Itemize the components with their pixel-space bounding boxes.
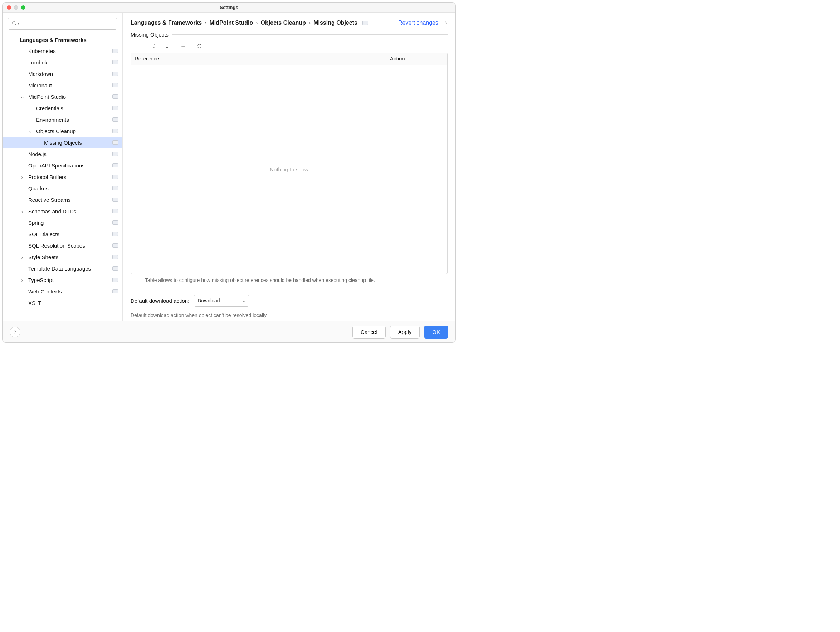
scope-indicator-icon [362,21,368,25]
sidebar-item-typescript[interactable]: ›TypeScript [3,274,122,286]
sidebar-item-environments[interactable]: Environments [3,114,122,125]
breadcrumb-segment[interactable]: MidPoint Studio [210,20,253,26]
sidebar-category-header: Languages & Frameworks [3,35,122,45]
sidebar-item-web-contexts[interactable]: Web Contexts [3,286,122,297]
sidebar-item-kubernetes[interactable]: Kubernetes [3,45,122,57]
default-download-action-label: Default download action: [131,298,189,304]
sidebar-item-label: Missing Objects [44,139,112,145]
sidebar-item-label: SQL Dialects [28,231,112,237]
table-body-empty: Nothing to show [131,65,447,274]
sidebar-item-template-data-languages[interactable]: Template Data Languages [3,263,122,274]
sidebar-item-schemas-and-dtds[interactable]: ›Schemas and DTDs [3,205,122,217]
sidebar-item-sql-resolution-scopes[interactable]: SQL Resolution Scopes [3,240,122,251]
chevron-down-icon[interactable]: ⌄ [21,95,24,98]
search-options-caret-icon[interactable]: ▾ [18,22,19,25]
sidebar-item-style-sheets[interactable]: ›Style Sheets [3,251,122,263]
scope-indicator-icon [112,129,118,133]
settings-tree[interactable]: Languages & Frameworks KubernetesLombokM… [3,33,122,321]
sidebar-item-micronaut[interactable]: Micronaut [3,79,122,91]
sidebar-item-label: Spring [28,220,112,226]
sidebar-item-quarkus[interactable]: Quarkus [3,183,122,194]
sidebar-item-markdown[interactable]: Markdown [3,68,122,79]
sidebar-item-objects-cleanup[interactable]: ⌄Objects Cleanup [3,125,122,137]
breadcrumb-segment[interactable]: Objects Cleanup [261,20,306,26]
breadcrumb-segment: Missing Objects [313,20,357,26]
refresh-button[interactable] [193,41,206,51]
sidebar-item-missing-objects[interactable]: Missing Objects [3,137,122,148]
default-download-action-select[interactable]: Download ⌄ [194,294,249,307]
scope-indicator-icon [112,175,118,179]
revert-changes-link[interactable]: Revert changes [398,20,438,26]
chevron-down-icon[interactable]: ⌄ [28,129,32,133]
missing-objects-table: Reference Action Nothing to show [131,53,448,274]
sidebar-item-label: Markdown [28,71,112,77]
breadcrumb: Languages & Frameworks›MidPoint Studio›O… [131,20,357,26]
sidebar-item-label: Web Contexts [28,288,112,294]
sidebar-item-reactive-streams[interactable]: Reactive Streams [3,194,122,205]
chevron-right-icon[interactable]: › [21,278,24,282]
footer: ? Cancel Apply OK [3,321,455,343]
scope-indicator-icon [112,255,118,259]
sidebar-item-label: Style Sheets [28,254,112,260]
chevron-right-icon[interactable]: › [21,255,24,259]
main-panel: Languages & Frameworks›MidPoint Studio›O… [123,13,455,321]
sidebar-item-spring[interactable]: Spring [3,217,122,228]
window-title: Settings [3,5,455,10]
forward-nav-icon[interactable]: › [441,19,448,27]
sidebar-item-node-js[interactable]: Node.js [3,148,122,160]
column-action[interactable]: Action [386,53,447,65]
section-title: Missing Objects [131,32,169,38]
scope-indicator-icon [112,106,118,110]
toolbar-separator [175,43,175,50]
sidebar-item-label: Template Data Languages [28,265,112,272]
scope-indicator-icon [112,232,118,236]
sidebar: ▾ Languages & Frameworks KubernetesLombo… [3,13,123,321]
scope-indicator-icon [112,266,118,270]
scope-indicator-icon [112,220,118,225]
sidebar-item-label: Environments [36,117,112,123]
sidebar-item-label: SQL Resolution Scopes [28,243,112,249]
toolbar-separator [191,43,191,50]
sidebar-item-label: Objects Cleanup [36,128,112,134]
sidebar-item-protocol-buffers[interactable]: ›Protocol Buffers [3,171,122,183]
scope-indicator-icon [112,209,118,213]
sidebar-item-xslt[interactable]: XSLT [3,297,122,308]
sidebar-item-credentials[interactable]: Credentials [3,102,122,114]
sidebar-item-openapi-specifications[interactable]: OpenAPI Specifications [3,160,122,171]
footer-buttons: Cancel Apply OK [352,325,448,338]
scope-indicator-icon [112,152,118,156]
section: Missing Objects [123,32,455,321]
sidebar-item-sql-dialects[interactable]: SQL Dialects [3,228,122,240]
chevron-right-icon[interactable]: › [21,175,24,179]
scope-indicator-icon [112,60,118,65]
sidebar-item-label: OpenAPI Specifications [28,163,112,169]
body: ▾ Languages & Frameworks KubernetesLombo… [3,13,455,321]
expand-all-button[interactable] [148,41,161,51]
breadcrumb-segment[interactable]: Languages & Frameworks [131,20,202,26]
chevron-right-icon[interactable]: › [21,209,24,213]
search-wrap: ▾ [3,13,122,33]
sidebar-item-label: Schemas and DTDs [28,208,112,214]
sidebar-item-midpoint-studio[interactable]: ⌄MidPoint Studio [3,91,122,102]
ok-button[interactable]: OK [424,325,448,338]
scope-indicator-icon [112,163,118,167]
scope-indicator-icon [112,198,118,202]
search-field[interactable]: ▾ [8,17,117,30]
help-button[interactable]: ? [9,327,21,338]
column-reference[interactable]: Reference [131,53,386,65]
scope-indicator-icon [112,49,118,53]
select-value: Download [197,298,219,303]
remove-button[interactable] [177,41,189,51]
scope-indicator-icon [112,95,118,99]
sidebar-item-label: Kubernetes [28,48,112,54]
sidebar-item-label: MidPoint Studio [28,94,112,100]
collapse-all-button[interactable] [161,41,174,51]
chevron-down-icon: ⌄ [242,299,245,303]
cancel-button[interactable]: Cancel [352,325,386,338]
search-input[interactable] [22,21,114,27]
sidebar-item-lombok[interactable]: Lombok [3,57,122,68]
default-download-action-description: Default download action when object can'… [131,309,448,318]
scope-indicator-icon [112,243,118,248]
apply-button[interactable]: Apply [390,325,420,338]
sidebar-item-label: Lombok [28,59,112,65]
